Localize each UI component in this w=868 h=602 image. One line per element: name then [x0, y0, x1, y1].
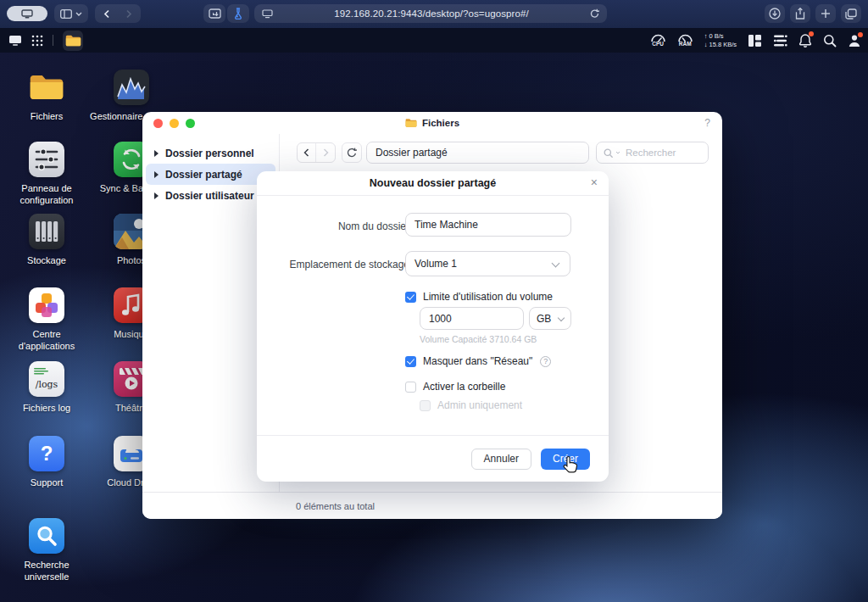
window-title: Fichiers	[142, 118, 722, 128]
storage-location-select[interactable]: Volume 1	[405, 251, 570, 276]
expand-caret-icon[interactable]	[154, 171, 159, 178]
admin-only-label: Admin uniquement	[437, 399, 522, 411]
help-button[interactable]: ?	[704, 117, 710, 129]
new-tab-button[interactable]	[815, 4, 836, 23]
forward-icon	[323, 148, 329, 157]
capacity-hint: Volume Capacité 3710.64 GB	[420, 334, 537, 344]
chevron-down-icon	[558, 315, 565, 321]
folder-name-input[interactable]: Time Machine	[405, 213, 571, 237]
control-panel-icon	[35, 148, 58, 170]
cpu-monitor[interactable]: CPU	[650, 33, 666, 47]
download-icon	[769, 8, 781, 20]
back-button[interactable]	[298, 143, 316, 162]
folder-icon	[29, 72, 64, 103]
checkbox-checked-icon[interactable]	[405, 292, 416, 303]
name-label: Nom du dossier	[274, 220, 409, 232]
desktop-icon-panneau-de-configuration[interactable]: Panneau de configuration	[4, 142, 89, 207]
desktop-icon-fichiers[interactable]: Fichiers	[4, 70, 89, 123]
volume-limit-checkbox-row[interactable]: Limite d'utilisation du volume	[405, 291, 553, 303]
close-window-button[interactable]	[153, 119, 163, 128]
search-filter-caret-icon[interactable]	[615, 151, 620, 154]
unit-value: GB	[537, 313, 551, 325]
desktop-icon-recherche-universelle[interactable]: Recherche universelle	[4, 518, 89, 583]
hide-network-checkbox-row[interactable]: Masquer dans "Réseau" ?	[405, 355, 551, 367]
notification-badge	[809, 31, 814, 36]
expand-caret-icon[interactable]	[154, 192, 159, 199]
desktop-icon-fichiers-log[interactable]: /logs Fichiers log	[4, 361, 89, 415]
screen-icon	[21, 9, 33, 19]
reload-icon[interactable]	[590, 8, 599, 19]
recycle-checkbox-row[interactable]: Activer la corbeille	[405, 381, 505, 393]
volume-limit-label: Limite d'utilisation du volume	[423, 291, 553, 303]
search-input[interactable]: Rechercher	[596, 142, 709, 164]
forward-button[interactable]	[316, 143, 335, 162]
search-placeholder: Rechercher	[626, 148, 676, 158]
app-launcher-icon[interactable]	[31, 35, 43, 47]
modal-title: Nouveau dossier partagé	[370, 177, 496, 189]
app-center-icon	[34, 293, 59, 318]
theater-icon	[119, 366, 144, 392]
search-icon	[604, 148, 613, 158]
task-queue-button[interactable]	[773, 34, 787, 47]
search-icon	[823, 34, 837, 47]
limit-value-input[interactable]: 1000	[420, 307, 524, 330]
help-circle-icon[interactable]: ?	[540, 356, 551, 367]
tab-overview-pill[interactable]	[7, 6, 47, 21]
cpu-label: CPU	[652, 42, 664, 47]
widgets-button[interactable]	[748, 34, 762, 47]
widgets-icon	[748, 34, 762, 47]
download-speed: 15.8 KB/s	[709, 42, 737, 48]
back-icon[interactable]	[103, 9, 110, 19]
share-button[interactable]	[790, 4, 810, 23]
upload-speed: 0 B/s	[709, 33, 723, 40]
chevron-down-icon	[552, 259, 560, 268]
cancel-button[interactable]: Annuler	[471, 449, 531, 470]
show-desktop-icon[interactable]	[8, 35, 22, 47]
nav-buttons	[95, 4, 141, 23]
admin-only-checkbox-row: Admin uniquement	[420, 399, 522, 411]
expand-caret-icon[interactable]	[154, 150, 159, 157]
search-icon	[35, 524, 58, 548]
page-settings-icon[interactable]	[262, 9, 273, 19]
modal-header: Nouveau dossier partagé ×	[257, 171, 609, 196]
upload-arrow-icon: ↑	[704, 33, 708, 40]
url-text[interactable]: 192.168.20.21:9443/desktop/?os=ugospro#/	[273, 8, 590, 19]
path-input[interactable]: Dossier partagé	[366, 142, 589, 164]
cloud-drive-icon	[119, 443, 144, 465]
tab-overview-button[interactable]	[841, 4, 861, 23]
nas-taskbar: CPU RAM ↑0 B/s ↓15.8 KB/s	[0, 28, 868, 53]
close-icon[interactable]: ×	[591, 176, 598, 188]
downloads-button[interactable]	[765, 4, 785, 23]
notifications-button[interactable]	[798, 33, 812, 47]
task-manager-icon	[117, 75, 146, 100]
checkbox-unchecked-icon[interactable]	[405, 382, 416, 393]
address-bar[interactable]: 192.168.20.21:9443/desktop/?os=ugospro#/	[254, 4, 607, 23]
forward-icon[interactable]	[125, 9, 132, 19]
desktop-icon-support[interactable]: ? Support	[4, 436, 89, 489]
maximize-window-button[interactable]	[186, 119, 195, 128]
storage-location-value: Volume 1	[415, 258, 457, 270]
sidebar-toggle-button[interactable]	[54, 4, 88, 23]
logs-text: /logs	[36, 379, 58, 390]
pip-button[interactable]	[203, 4, 225, 23]
account-button[interactable]	[848, 34, 861, 47]
taskbar-files-app[interactable]	[63, 31, 83, 51]
sync-icon	[120, 148, 143, 171]
checkbox-checked-icon[interactable]	[405, 356, 416, 367]
refresh-button[interactable]	[342, 142, 362, 163]
extension-button[interactable]	[227, 4, 249, 23]
history-nav-group	[297, 142, 336, 163]
sidebar-item-dossier-personnel[interactable]: Dossier personnel	[146, 142, 275, 164]
location-label: Emplacement de stockage	[274, 259, 409, 270]
sidebar-icon	[60, 9, 72, 19]
task-queue-icon	[773, 34, 787, 47]
mouse-cursor-pointer	[563, 455, 579, 477]
ram-monitor[interactable]: RAM	[677, 33, 693, 47]
network-speeds[interactable]: ↑0 B/s ↓15.8 KB/s	[704, 33, 737, 47]
desktop-icon-centre-applications[interactable]: Centre d'applications	[4, 287, 89, 353]
minimize-window-button[interactable]	[170, 119, 179, 128]
global-search-button[interactable]	[823, 34, 837, 47]
window-titlebar[interactable]: Fichiers ?	[142, 112, 722, 134]
desktop-icon-stockage[interactable]: Stockage	[4, 214, 89, 267]
unit-select[interactable]: GB	[529, 307, 571, 330]
